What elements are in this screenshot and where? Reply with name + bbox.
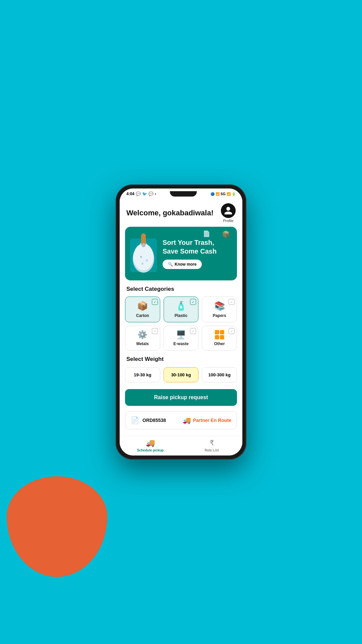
weight-option-1[interactable]: 19-30 kg <box>125 367 160 382</box>
weight-option-3[interactable]: 100-300 kg <box>202 367 237 382</box>
order-left: 📄 ORD85538 <box>131 416 166 424</box>
category-card-metals[interactable]: ✓ ⚙️ Metals <box>125 326 160 351</box>
document-icon: 📄 <box>131 416 139 424</box>
carton-label: Carton <box>136 313 149 318</box>
metals-label: Metals <box>136 341 149 346</box>
svg-point-6 <box>145 259 148 262</box>
know-more-button[interactable]: 🔍 Know more <box>163 260 202 269</box>
category-card-carton[interactable]: ✓ 📦 Carton <box>125 297 160 322</box>
weight-section-title: Select Weight <box>125 356 237 367</box>
category-card-plastic[interactable]: ✓ 🧴 Plastic <box>164 297 199 322</box>
banner-text-area: Sort Your Trash, Save Some Cash 🔍 Know m… <box>159 238 237 269</box>
categories-grid: ✓ 📦 Carton ✓ 🧴 Plastic ✓ 📚 Papers <box>120 297 242 353</box>
app-content: Welcome, gokabadiwala! Profile <box>120 198 242 436</box>
nav-schedule-pickup[interactable]: 🚚 Schedule pickup <box>120 439 181 452</box>
ewaste-check: ✓ <box>190 328 196 334</box>
metals-icon: ⚙️ <box>137 330 147 339</box>
metals-check: ✓ <box>152 328 158 334</box>
order-status: 🚚 Partner En Route <box>183 416 231 424</box>
papers-icon: 📚 <box>214 301 225 311</box>
other-check: ✓ <box>229 328 235 334</box>
nav-rate-list[interactable]: ₹ Rate List <box>181 439 242 452</box>
weight-option-2[interactable]: 30-100 kg <box>164 367 199 382</box>
status-icons: 🔵 📶 5G 📶 🔋 <box>210 192 236 196</box>
other-icon <box>215 330 224 339</box>
plastic-label: Plastic <box>175 313 188 318</box>
other-label: Other <box>214 341 225 346</box>
profile-button[interactable]: Profile <box>221 203 236 223</box>
phone-screen: 4:04 💬 🐦 💬 • 🔵 📶 5G 📶 🔋 Welcome, gokabad… <box>120 189 242 455</box>
promo-banner: Sort Your Trash, Save Some Cash 🔍 Know m… <box>125 227 237 280</box>
bottom-nav: 🚚 Schedule pickup ₹ Rate List <box>120 436 242 455</box>
status-time: 4:04 💬 🐦 💬 • <box>126 192 156 196</box>
profile-avatar <box>221 203 236 218</box>
category-card-papers[interactable]: ✓ 📚 Papers <box>202 297 237 322</box>
phone-frame: 4:04 💬 🐦 💬 • 🔵 📶 5G 📶 🔋 Welcome, gokabad… <box>116 184 246 460</box>
welcome-text: Welcome, gokabadiwala! <box>126 209 214 217</box>
raise-pickup-button[interactable]: Raise pickup request <box>125 389 237 406</box>
banner-title: Sort Your Trash, Save Some Cash <box>163 238 233 256</box>
ewaste-icon: 🖥️ <box>176 330 186 339</box>
plastic-check: ✓ <box>190 299 196 305</box>
order-card: 📄 ORD85538 🚚 Partner En Route <box>125 411 237 429</box>
app-header: Welcome, gokabadiwala! Profile <box>120 198 242 227</box>
weight-section: Select Weight 19-30 kg 30-100 kg 100-300… <box>120 353 242 382</box>
notch <box>170 191 197 197</box>
schedule-icon: 🚚 <box>146 439 155 447</box>
categories-section-title: Select Categories <box>120 286 242 297</box>
papers-label: Papers <box>213 313 226 318</box>
svg-point-7 <box>141 263 143 265</box>
profile-label: Profile <box>223 219 233 223</box>
plastic-icon: 🧴 <box>176 301 186 311</box>
carton-icon: 📦 <box>137 301 148 311</box>
svg-point-4 <box>141 243 145 247</box>
papers-check: ✓ <box>229 299 235 305</box>
weight-options: 19-30 kg 30-100 kg 100-300 kg <box>125 367 237 382</box>
order-id: ORD85538 <box>142 418 166 423</box>
category-card-ewaste[interactable]: ✓ 🖥️ E-waste <box>164 326 199 351</box>
truck-icon: 🚚 <box>183 416 191 424</box>
category-card-other[interactable]: ✓ Other <box>202 326 237 351</box>
ewaste-label: E-waste <box>173 341 188 346</box>
svg-point-2 <box>133 244 154 270</box>
status-bar: 4:04 💬 🐦 💬 • 🔵 📶 5G 📶 🔋 <box>120 189 242 198</box>
schedule-label: Schedule pickup <box>137 448 164 452</box>
carton-check: ✓ <box>152 299 158 305</box>
user-icon <box>224 206 233 215</box>
rupee-icon: ₹ <box>209 439 214 447</box>
svg-point-5 <box>140 256 142 258</box>
trash-bag-svg <box>128 232 159 275</box>
rate-list-label: Rate List <box>204 448 219 452</box>
search-icon: 🔍 <box>168 262 173 267</box>
banner-image <box>125 232 159 275</box>
